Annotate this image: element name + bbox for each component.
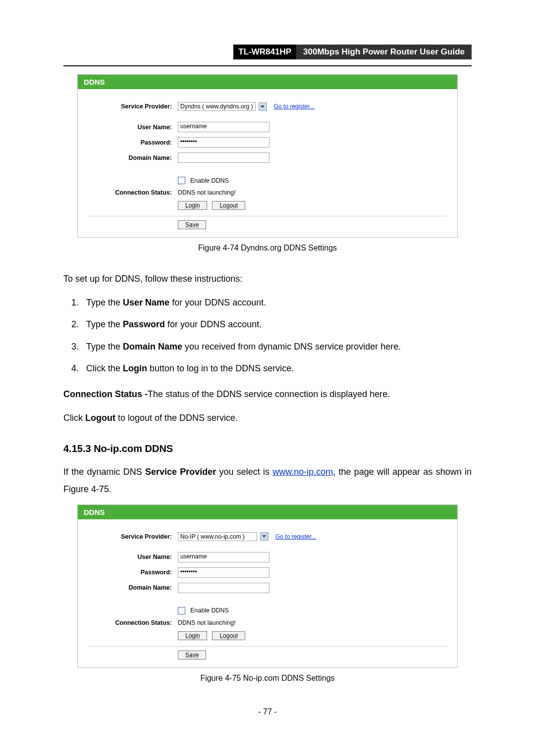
connection-status-description: Connection Status -The status of the DDN… <box>63 386 472 403</box>
logout-button[interactable]: Logout <box>212 631 245 640</box>
noip-link[interactable]: www.no-ip.com <box>272 467 333 477</box>
chevron-down-icon[interactable] <box>259 102 267 111</box>
label-connection-status: Connection Status: <box>88 619 178 626</box>
enable-ddns-checkbox[interactable] <box>178 177 185 184</box>
logout-button[interactable]: Logout <box>212 201 245 210</box>
go-to-register-link[interactable]: Go to register... <box>275 533 316 540</box>
label-user-name: User Name: <box>88 554 178 560</box>
page-number: - 77 - <box>63 707 472 716</box>
header-rule <box>63 65 472 66</box>
label-password: Password: <box>88 569 178 576</box>
section-heading: 4.15.3 No-ip.com DDNS <box>63 443 472 454</box>
connection-status-text: DDNS not launching! <box>178 619 236 626</box>
panel-title: DDNS <box>78 75 457 89</box>
service-provider-select[interactable]: Dyndns ( www.dyndns.org ) <box>178 102 256 111</box>
password-input[interactable]: •••••••• <box>178 137 269 148</box>
ddns-panel-noip: DDNS Service Provider: No-IP ( www.no-ip… <box>77 504 458 668</box>
service-provider-select[interactable]: No-IP ( www.no-ip.com ) <box>178 532 257 541</box>
service-provider-selected: Dyndns ( www.dyndns.org ) <box>180 103 253 110</box>
user-name-input[interactable]: username <box>178 122 269 132</box>
label-service-provider: Service Provider: <box>88 103 178 110</box>
label-domain-name: Domain Name: <box>88 584 178 591</box>
label-service-provider: Service Provider: <box>88 533 178 540</box>
label-user-name: User Name: <box>88 124 178 131</box>
user-name-input[interactable]: username <box>178 552 269 562</box>
connection-status-text: DDNS not launching! <box>178 189 236 196</box>
label-password: Password: <box>88 139 178 146</box>
figure-caption-2: Figure 4-75 No-ip.com DDNS Settings <box>63 674 472 683</box>
domain-name-input[interactable] <box>178 583 269 593</box>
service-provider-selected: No-IP ( www.no-ip.com ) <box>180 533 245 540</box>
login-button[interactable]: Login <box>178 201 207 210</box>
step-3: Type the Domain Name you received from d… <box>81 338 472 355</box>
enable-ddns-checkbox[interactable] <box>178 607 185 614</box>
panel-separator <box>88 646 447 647</box>
save-button[interactable]: Save <box>178 220 206 229</box>
step-2: Type the Password for your DDNS account. <box>81 316 472 333</box>
go-to-register-link[interactable]: Go to register... <box>274 103 315 110</box>
step-4: Click the Login button to log in to the … <box>81 360 472 377</box>
step-1: Type the User Name for your DDNS account… <box>81 294 472 311</box>
enable-ddns-label: Enable DDNS <box>190 177 229 184</box>
panel-separator <box>88 216 447 216</box>
figure-caption-1: Figure 4-74 Dyndns.org DDNS Settings <box>63 244 472 252</box>
label-domain-name: Domain Name: <box>88 154 178 161</box>
enable-ddns-label: Enable DDNS <box>190 607 229 614</box>
model-badge: TL-WR841HP <box>233 45 296 59</box>
doc-header: TL-WR841HP300Mbps High Power Router User… <box>63 45 472 60</box>
domain-name-input[interactable] <box>178 152 269 163</box>
intro-text: To set up for DDNS, follow these instruc… <box>63 270 472 287</box>
instruction-list: Type the User Name for your DDNS account… <box>63 294 472 377</box>
ddns-panel-dyndns: DDNS Service Provider: Dyndns ( www.dynd… <box>77 74 458 238</box>
logout-description: Click Logout to logout of the DDNS servi… <box>63 409 472 426</box>
noip-intro: If the dynamic DNS Service Provider you … <box>63 463 472 497</box>
label-connection-status: Connection Status: <box>88 189 178 196</box>
chevron-down-icon[interactable] <box>260 532 268 541</box>
doc-title: 300Mbps High Power Router User Guide <box>296 45 472 59</box>
login-button[interactable]: Login <box>178 631 207 640</box>
password-input[interactable]: •••••••• <box>178 567 269 578</box>
panel-title: DDNS <box>78 505 457 519</box>
save-button[interactable]: Save <box>178 651 206 659</box>
